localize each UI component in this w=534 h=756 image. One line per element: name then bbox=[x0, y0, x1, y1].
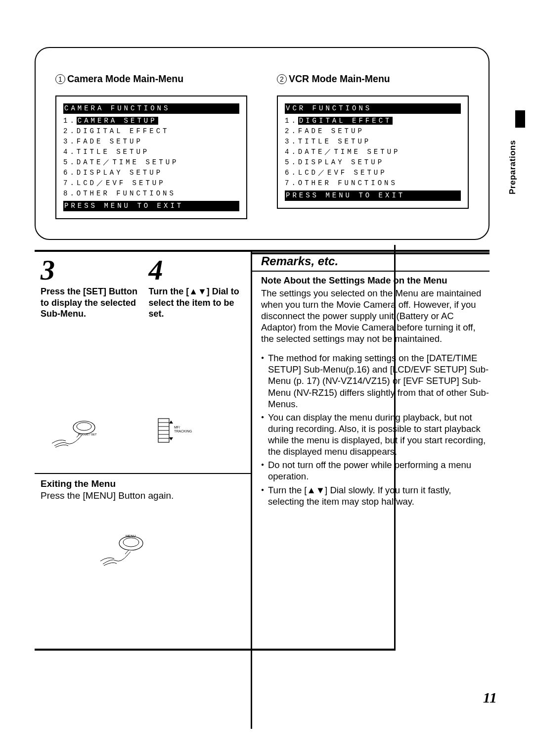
step-3: 3 Press the [SET] Button to display the … bbox=[35, 256, 143, 320]
vcr-osd-item: 7.OTHER FUNCTIONS bbox=[285, 178, 461, 189]
notes-para: The settings you selected on the Menu ar… bbox=[261, 287, 490, 345]
camera-osd-item: 1.CAMERA SETUP bbox=[63, 116, 239, 126]
exiting-section: Exiting the Menu Press the [MENU] Button… bbox=[35, 473, 251, 729]
vcr-osd-item: 4.DATE／TIME SETUP bbox=[285, 147, 461, 157]
vcr-osd: VCR FUNCTIONS 1.DIGITAL EFFECT 2.FADE SE… bbox=[277, 95, 469, 209]
vcr-osd-item-4: DATE／TIME SETUP bbox=[298, 148, 400, 156]
camera-osd-item-4: TITLE SETUP bbox=[77, 148, 149, 156]
vcr-menu-heading-text: VCR Mode Main-Menu bbox=[289, 73, 390, 84]
vcr-osd-item-6: LCD／EVF SETUP bbox=[298, 169, 387, 177]
exiting-heading: Exiting the Menu bbox=[41, 478, 251, 490]
vcr-osd-item-1-sel: DIGITAL EFFECT bbox=[298, 117, 393, 125]
illus2-label-trk: TRACKING bbox=[174, 429, 192, 433]
svg-point-10 bbox=[119, 536, 143, 550]
vcr-osd-item-5: DISPLAY SETUP bbox=[298, 158, 384, 166]
vcr-osd-item: 6.LCD／EVF SETUP bbox=[285, 168, 461, 178]
circled-2: 2 bbox=[277, 74, 287, 84]
notes-bullet: The method for making settings on the [D… bbox=[261, 352, 490, 410]
steps-row: 3 Press the [SET] Button to display the … bbox=[35, 252, 251, 320]
camera-osd-title: CAMERA FUNCTIONS bbox=[63, 103, 239, 114]
page-content: 1Camera Mode Main-Menu CAMERA FUNCTIONS … bbox=[35, 47, 490, 729]
notes-bullet: Turn the [▲▼] Dial slowly. If you turn i… bbox=[261, 484, 490, 507]
camera-osd-item-8: OTHER FUNCTIONS bbox=[77, 189, 176, 197]
camera-osd-item: 8.OTHER FUNCTIONS bbox=[63, 189, 239, 199]
camera-osd-item: 4.TITLE SETUP bbox=[63, 147, 239, 157]
camera-osd-item-5: DATE／TIME SETUP bbox=[77, 158, 179, 166]
vcr-osd-item-2: FADE SETUP bbox=[298, 127, 364, 135]
camera-osd-item: 3.FADE SETUP bbox=[63, 137, 239, 147]
camera-osd-item-2: DIGITAL EFFECT bbox=[77, 127, 170, 135]
camera-osd-item: 5.DATE／TIME SETUP bbox=[63, 157, 239, 168]
camera-menu-block: 1Camera Mode Main-Menu CAMERA FUNCTIONS … bbox=[55, 73, 247, 219]
svg-point-0 bbox=[73, 421, 95, 434]
exiting-text: Press the [MENU] Button again. bbox=[41, 490, 251, 502]
side-tab: Preparations bbox=[507, 125, 519, 194]
vcr-osd-item: 3.TITLE SETUP bbox=[285, 137, 461, 147]
illustration-set-button: FOCUS / SET bbox=[49, 419, 104, 448]
camera-osd-item: 7.LCD／EVF SETUP bbox=[63, 178, 239, 189]
side-tab-label: Preparations bbox=[507, 140, 518, 194]
illustration-area: FOCUS / SET MF/ TRA bbox=[35, 320, 251, 473]
vcr-osd-footer: PRESS MENU TO EXIT bbox=[285, 190, 461, 201]
camera-osd-item: 2.DIGITAL EFFECT bbox=[63, 126, 239, 137]
camera-osd-item-6: DISPLAY SETUP bbox=[77, 169, 163, 177]
step-3-caption: Press the [SET] Button to display the se… bbox=[41, 286, 138, 320]
vcr-osd-title: VCR FUNCTIONS bbox=[285, 103, 461, 114]
camera-menu-heading-text: Camera Mode Main-Menu bbox=[67, 73, 183, 84]
step-3-number: 3 bbox=[41, 256, 138, 284]
right-column: Remarks, etc. Note About the Settings Ma… bbox=[252, 252, 490, 729]
vcr-osd-item: 5.DISPLAY SETUP bbox=[285, 157, 461, 168]
side-tab-marker bbox=[515, 110, 525, 128]
svg-point-11 bbox=[123, 538, 139, 547]
left-column: 3 Press the [SET] Button to display the … bbox=[35, 252, 252, 729]
camera-osd-item-3: FADE SETUP bbox=[77, 138, 143, 145]
svg-point-1 bbox=[77, 423, 91, 430]
vcr-menu-block: 2VCR Mode Main-Menu VCR FUNCTIONS 1.DIGI… bbox=[277, 73, 469, 219]
illustration-menu-button: MENU bbox=[99, 533, 153, 568]
columns: 3 Press the [SET] Button to display the … bbox=[35, 252, 490, 729]
illus2-label-mf: MF/ bbox=[174, 425, 180, 429]
notes-list: The method for making settings on the [D… bbox=[261, 352, 490, 507]
camera-osd: CAMERA FUNCTIONS 1.CAMERA SETUP 2.DIGITA… bbox=[55, 95, 247, 219]
page-number: 11 bbox=[483, 688, 497, 707]
osd-menus-panel: 1Camera Mode Main-Menu CAMERA FUNCTIONS … bbox=[35, 47, 490, 240]
vcr-osd-item-7: OTHER FUNCTIONS bbox=[298, 179, 398, 187]
vcr-osd-item: 1.DIGITAL EFFECT bbox=[285, 116, 461, 126]
notes-bullet: You can display the menu during playback… bbox=[261, 412, 490, 458]
vcr-osd-item-3: TITLE SETUP bbox=[298, 138, 371, 145]
vcr-osd-item: 2.FADE SETUP bbox=[285, 126, 461, 137]
vcr-osd-list: 1.DIGITAL EFFECT 2.FADE SETUP 3.TITLE SE… bbox=[285, 116, 461, 189]
svg-marker-9 bbox=[169, 437, 173, 440]
menu-button-label: MENU bbox=[126, 534, 136, 538]
vcr-menu-heading: 2VCR Mode Main-Menu bbox=[277, 73, 469, 85]
illustration-dial: MF/ TRACKING bbox=[153, 414, 203, 448]
camera-osd-footer: PRESS MENU TO EXIT bbox=[63, 201, 239, 211]
camera-osd-item: 6.DISPLAY SETUP bbox=[63, 168, 239, 178]
step-4: 4 Turn the [▲▼] Dial to select the item … bbox=[143, 256, 251, 320]
notes-block: Note About the Settings Made on the Menu… bbox=[261, 272, 490, 507]
remarks-heading: Remarks, etc. bbox=[252, 252, 490, 272]
camera-osd-list: 1.CAMERA SETUP 2.DIGITAL EFFECT 3.FADE S… bbox=[63, 116, 239, 199]
circled-1: 1 bbox=[55, 74, 65, 84]
svg-marker-8 bbox=[169, 421, 173, 424]
notes-bullet: Do not turn off the power while performi… bbox=[261, 459, 490, 482]
camera-menu-heading: 1Camera Mode Main-Menu bbox=[55, 73, 247, 85]
camera-osd-item-1-sel: CAMERA SETUP bbox=[77, 117, 158, 125]
notes-heading: Note About the Settings Made on the Menu bbox=[261, 275, 490, 286]
step-4-caption: Turn the [▲▼] Dial to select the item to… bbox=[149, 286, 246, 320]
camera-osd-item-7: LCD／EVF SETUP bbox=[77, 179, 166, 187]
illus1-label: FOCUS / SET bbox=[78, 433, 97, 436]
step-4-number: 4 bbox=[149, 256, 246, 284]
